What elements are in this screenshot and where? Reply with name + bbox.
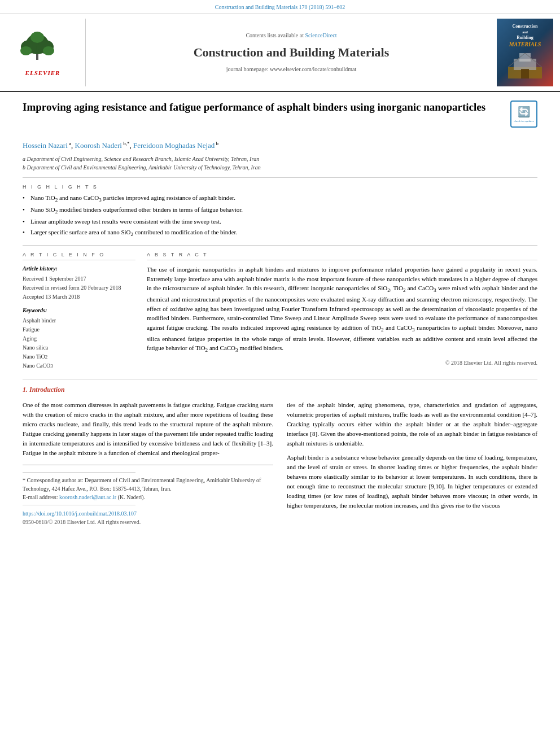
abstract-header: A B S T R A C T (147, 251, 537, 261)
intro-number: 1. (23, 386, 28, 394)
divider-2 (23, 245, 537, 246)
nazari-affil: a (68, 141, 71, 146)
check-updates-label: check for updates (514, 120, 533, 123)
highlight-item-4: Larger specific surface area of nano SiO… (23, 228, 537, 238)
body-left-column: One of the most common distresses in asp… (23, 400, 273, 526)
accepted-date: Accepted 13 March 2018 (23, 293, 135, 301)
journal-citation: Construction and Building Materials 170 … (215, 4, 345, 10)
cover-title-construction: Construction (513, 24, 538, 29)
page-container: Construction and Building Materials 170 … (0, 0, 560, 535)
journal-top-bar: Construction and Building Materials 170 … (0, 0, 560, 14)
body-right-column: ties of the asphalt binder, aging phenom… (287, 400, 537, 526)
highlight-item-2: Nano SiO2 modified binders outperformed … (23, 206, 537, 216)
svg-point-6 (30, 32, 44, 43)
keyword-2: Fatigue (23, 326, 135, 334)
article-info-header: A R T I C L E I N F O (23, 251, 135, 261)
intro-heading: 1. Introduction (23, 385, 537, 395)
authors-line: Hossein Nazari a, Koorosh Naderi b,*, Fe… (23, 140, 537, 151)
cover-graphic (505, 50, 545, 81)
tree-svg (9, 27, 65, 61)
footnote-email: E-mail address: koorosh.naderi@aut.ac.ir… (23, 493, 273, 501)
keyword-3: Aging (23, 335, 135, 343)
article-area: Improving aging resistance and fatigue p… (0, 92, 560, 535)
author-nejad[interactable]: Fereidoon Moghadas Nejad (133, 141, 215, 150)
article-info-column: A R T I C L E I N F O Article history: R… (23, 251, 135, 372)
email-suffix: (K. Naderi). (118, 494, 146, 500)
cover-materials: MATERIALS (509, 41, 541, 48)
intro-left-text: One of the most common distresses in asp… (23, 400, 273, 458)
issn-line: 0950-0618/© 2018 Elsevier Ltd. All right… (23, 518, 273, 526)
elsevier-brand-text: ELSEVIER (25, 69, 60, 77)
check-updates-badge: 🔄 check for updates (510, 101, 537, 128)
abstract-paragraph: The use of inorganic nanoparticles in as… (147, 265, 537, 355)
keyword-6: Nano CaCO3 (23, 362, 135, 370)
revised-date: Received in revised form 20 February 201… (23, 284, 135, 292)
article-title: Improving aging resistance and fatigue p… (23, 101, 501, 115)
elsevier-tree-logo (9, 27, 77, 67)
divider-1 (23, 177, 537, 178)
highlights-list: Nano TiO2 and nano CaCO3 particles impro… (23, 194, 537, 238)
highlight-item-1: Nano TiO2 and nano CaCO3 particles impro… (23, 194, 537, 204)
intro-left-para: One of the most common distresses in asp… (23, 400, 273, 458)
intro-title: Introduction (29, 386, 65, 394)
highlight-item-3: Linear amplitude sweep test results were… (23, 217, 537, 226)
contents-text: Contents lists available at (246, 32, 303, 38)
nejad-affil: b (215, 141, 218, 146)
svg-rect-9 (519, 53, 531, 62)
divider-3 (23, 379, 537, 379)
author-nazari[interactable]: Hossein Nazari (23, 141, 68, 150)
keyword-4: Nano silica (23, 344, 135, 352)
article-info-abstract-section: A R T I C L E I N F O Article history: R… (23, 251, 537, 372)
svg-rect-12 (521, 69, 529, 78)
article-title-section: Improving aging resistance and fatigue p… (23, 101, 537, 132)
email-link[interactable]: koorosh.naderi@aut.ac.ir (59, 494, 116, 500)
body-two-columns: One of the most common distresses in asp… (23, 400, 537, 526)
journal-cover-image: Construction and Building MATERIALS (497, 19, 553, 86)
check-icon: 🔄 (518, 105, 530, 119)
affiliation-a: a Department of Civil Engineering, Scien… (23, 155, 537, 163)
footnote-rule (23, 472, 135, 473)
journal-homepage: journal homepage: www.elsevier.com/locat… (226, 65, 356, 73)
elsevier-logo: ELSEVIER (7, 19, 86, 86)
highlights-label: H I G H L I G H T S (23, 184, 537, 191)
intro-right-text: ties of the asphalt binder, aging phenom… (287, 400, 537, 511)
received-date: Received 1 September 2017 (23, 275, 135, 283)
email-label: E-mail address: (23, 494, 58, 500)
cover-building: Building (517, 35, 533, 41)
affiliation-b: b Department of Civil and Environmental … (23, 163, 537, 172)
svg-point-4 (20, 46, 32, 55)
journal-main-title: Construction and Building Materials (194, 44, 390, 62)
abstract-text: The use of inorganic nanoparticles in as… (147, 265, 537, 355)
copyright-line: © 2018 Elsevier Ltd. All rights reserved… (147, 359, 537, 367)
keyword-5: Nano TiO2 (23, 353, 135, 361)
contents-line: Contents lists available at ScienceDirec… (246, 32, 336, 40)
affiliations: a Department of Civil Engineering, Scien… (23, 155, 537, 172)
doi-link[interactable]: https://doi.org/10.1016/j.conbuildmat.20… (23, 510, 137, 517)
abstract-column: A B S T R A C T The use of inorganic nan… (147, 251, 537, 372)
cover-and: and (522, 30, 528, 35)
naderi-affil: b,* (122, 141, 130, 146)
svg-point-5 (43, 46, 54, 55)
keyword-1: Asphalt binder (23, 317, 135, 325)
doi-line: https://doi.org/10.1016/j.conbuildmat.20… (23, 509, 273, 518)
footnote-area: * Corresponding author at: Department of… (23, 465, 273, 526)
footnote-star: * Corresponding author at: Department of… (23, 476, 273, 493)
author-naderi[interactable]: Koorosh Naderi (75, 141, 122, 150)
highlights-section: H I G H L I G H T S Nano TiO2 and nano C… (23, 184, 537, 238)
article-history-label: Article history: (23, 265, 135, 273)
sciencedirect-link[interactable]: ScienceDirect (305, 32, 336, 38)
journal-header: ELSEVIER Contents lists available at Sci… (0, 14, 560, 92)
journal-header-center: Contents lists available at ScienceDirec… (86, 19, 497, 86)
doi-rule (23, 505, 135, 505)
intro-right-para-1: ties of the asphalt binder, aging phenom… (287, 400, 537, 448)
introduction-section: 1. Introduction One of the most common d… (23, 385, 537, 526)
intro-right-para-2: Asphalt binder is a substance whose beha… (287, 453, 537, 510)
keywords-label: Keywords: (23, 307, 135, 314)
